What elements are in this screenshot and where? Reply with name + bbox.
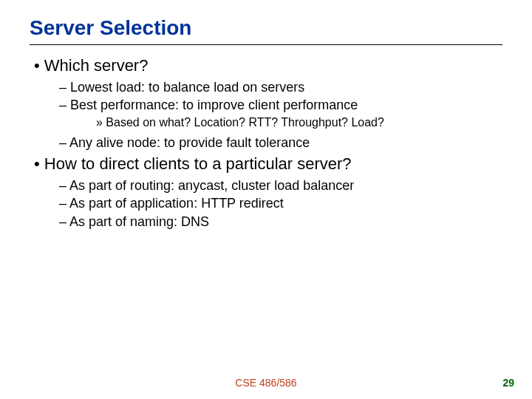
text: Any alive node: to provide fault toleran… bbox=[69, 135, 310, 150]
bullet-routing: As part of routing: anycast, cluster loa… bbox=[59, 177, 502, 194]
text: As part of naming: DNS bbox=[69, 214, 209, 229]
text: Best performance: to improve client perf… bbox=[70, 98, 358, 112]
bullet-which-server: Which server? bbox=[34, 55, 502, 76]
slide-title: Server Selection bbox=[30, 16, 502, 40]
bullet-any-alive-node: Any alive node: to provide fault toleran… bbox=[59, 134, 502, 151]
text: Based on what? Location? RTT? Throughput… bbox=[106, 116, 384, 129]
text: As part of routing: anycast, cluster loa… bbox=[69, 178, 354, 193]
title-rule bbox=[30, 44, 502, 45]
text: As part of application: HTTP redirect bbox=[69, 196, 284, 211]
text: Lowest load: to balance load on servers bbox=[70, 80, 304, 95]
footer-course: CSE 486/586 bbox=[0, 377, 532, 389]
bullet-naming: As part of naming: DNS bbox=[59, 214, 502, 231]
bullet-based-on-what: Based on what? Location? RTT? Throughput… bbox=[96, 115, 502, 130]
bullet-best-performance: Best performance: to improve client perf… bbox=[59, 97, 502, 114]
slide: Server Selection Which server? Lowest lo… bbox=[0, 0, 532, 399]
text: Which server? bbox=[44, 56, 149, 75]
footer-page-number: 29 bbox=[502, 377, 514, 389]
bullet-lowest-load: Lowest load: to balance load on servers bbox=[59, 79, 502, 96]
bullet-how-direct: How to direct clients to a particular se… bbox=[34, 154, 502, 174]
bullet-application: As part of application: HTTP redirect bbox=[59, 195, 502, 212]
text: How to direct clients to a particular se… bbox=[44, 154, 352, 173]
